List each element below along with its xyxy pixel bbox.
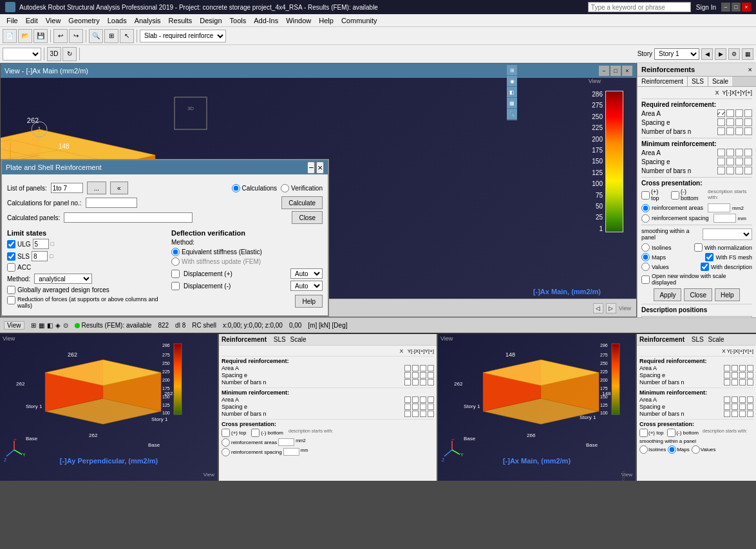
menu-loads[interactable]: Loads [104, 17, 131, 24]
desc-positions-select[interactable]: Finite element centers [641, 316, 752, 317]
ulg-item[interactable]: ULG □ [7, 239, 54, 249]
fr-min-sp-x[interactable] [724, 404, 730, 410]
mini-req-bars-x[interactable] [404, 379, 411, 386]
mini-min-area-y1[interactable] [412, 396, 419, 403]
mini-req-area-x[interactable] [404, 365, 411, 371]
calc-radio[interactable]: Calculations [232, 184, 277, 192]
req-bars-y1-check[interactable] [726, 127, 734, 135]
min-spacing-y1-check[interactable] [726, 158, 734, 165]
mini-req-sp-y1[interactable] [412, 372, 419, 378]
mini-min-bars-x[interactable] [404, 411, 411, 417]
cross-top-label[interactable]: (+) top [641, 189, 665, 201]
mini-min-bars-y3[interactable] [428, 411, 434, 417]
fr-req-area-y3[interactable] [747, 365, 753, 371]
mini-min-area-y2[interactable] [420, 396, 426, 403]
fr-req-area-x[interactable] [724, 365, 730, 371]
mini-req-bars-y1[interactable] [412, 379, 419, 386]
list-panels-browse[interactable]: ... [87, 181, 106, 194]
save-btn[interactable]: 💾 [33, 29, 48, 43]
req-spacing-y3-check[interactable] [744, 118, 752, 126]
search-input[interactable] [588, 2, 691, 12]
fr-min-sp-y1[interactable] [732, 404, 738, 410]
mini-min-bars-y1[interactable] [412, 411, 419, 417]
req-bars-y2-check[interactable] [735, 127, 743, 135]
sign-in-btn[interactable]: Sign In [696, 4, 716, 11]
cross-bottom-label[interactable]: (-) bottom [671, 189, 701, 201]
reinf-spacing-input[interactable] [713, 214, 736, 223]
min-area-a-y2-check[interactable] [735, 149, 743, 156]
mini-min-sp-y2[interactable] [420, 404, 426, 410]
mini-req-bars-y2[interactable] [420, 379, 426, 386]
min-spacing-y2-check[interactable] [735, 158, 743, 165]
icon-3[interactable]: ◧ [507, 87, 517, 97]
zoom-btn[interactable]: 🔍 [89, 29, 103, 43]
req-bars-x-check[interactable] [717, 127, 725, 135]
acc-item[interactable]: ACC [7, 263, 31, 272]
status-icon-1[interactable]: ⊞ [31, 322, 36, 329]
fr-req-bars-y3[interactable] [747, 379, 753, 386]
req-area-a-y1-check[interactable] [726, 109, 734, 117]
icon-2[interactable]: ◉ [507, 76, 517, 86]
req-spacing-x-check[interactable] [717, 118, 725, 126]
new-btn[interactable]: 📄 [3, 29, 17, 43]
isolines-check[interactable]: Isolines With normalization [641, 243, 752, 252]
list-panels-back[interactable]: « [110, 181, 128, 194]
menu-design[interactable]: Design [196, 17, 225, 24]
fr-min-area-y2[interactable] [739, 396, 746, 403]
nav-scroll-left[interactable]: ◁ [593, 303, 603, 313]
fr-min-sp-y3[interactable] [747, 404, 753, 410]
fr-req-sp-y2[interactable] [739, 372, 746, 378]
min-bars-y1-check[interactable] [726, 167, 734, 174]
undo-btn[interactable]: ↩ [53, 29, 68, 43]
mini-min-area-y3[interactable] [428, 396, 434, 403]
menu-edit[interactable]: Edit [22, 17, 42, 24]
calculate-btn[interactable]: Calculate [281, 196, 323, 209]
menu-view[interactable]: View [42, 17, 65, 24]
disp-minus-check[interactable] [171, 282, 180, 290]
disp-minus-select[interactable]: Auto [290, 281, 323, 291]
story-prev-btn[interactable]: ◀ [701, 48, 713, 60]
reinf-areas-input[interactable] [708, 203, 730, 212]
mini-min-sp-y3[interactable] [428, 404, 434, 410]
mini-min-bars-y2[interactable] [420, 411, 426, 417]
story-settings-btn[interactable]: ⚙ [728, 48, 740, 60]
ulg-input[interactable] [33, 239, 49, 249]
globally-averaged-check[interactable]: Globally averaged design forces [7, 286, 158, 294]
reduction-check[interactable]: Reduction of forces (at supports or abov… [7, 296, 158, 309]
maps-check[interactable]: Maps With FS mesh [641, 253, 752, 261]
icon-4[interactable]: ▦ [507, 98, 517, 108]
redo-btn[interactable]: ↪ [69, 29, 83, 43]
menu-help[interactable]: Help [315, 17, 337, 24]
view-close[interactable]: × [622, 66, 632, 76]
disp-plus-check[interactable] [171, 270, 180, 278]
view-tab[interactable]: View [4, 321, 24, 330]
fr-req-area-y1[interactable] [732, 365, 738, 371]
mini-req-area-y3[interactable] [428, 365, 434, 371]
fr-min-sp-y2[interactable] [739, 404, 746, 410]
calc-panels-input[interactable] [64, 212, 193, 223]
close-panel-btn[interactable]: Close [684, 288, 712, 301]
fr-min-bars-y1[interactable] [732, 411, 738, 417]
req-spacing-y1-check[interactable] [726, 118, 734, 126]
menu-addins[interactable]: Add-Ins [250, 17, 282, 24]
min-area-a-y1-check[interactable] [726, 149, 734, 156]
tab-sls[interactable]: SLS [688, 77, 708, 86]
nav-scroll-right[interactable]: ▷ [606, 303, 616, 313]
fr-req-sp-y1[interactable] [732, 372, 738, 378]
icon-1[interactable]: ⊞ [507, 65, 517, 75]
smoothing-select[interactable] [703, 228, 752, 240]
help-dialog-btn[interactable]: Help [295, 295, 323, 308]
req-area-a-y2-check[interactable] [735, 109, 743, 117]
min-bars-x-check[interactable] [717, 167, 725, 174]
mini-req-sp-y3[interactable] [428, 372, 434, 378]
fr-req-bars-x[interactable] [724, 379, 730, 386]
fr-min-bars-y2[interactable] [739, 411, 746, 417]
close-dialog-btn[interactable]: Close [292, 211, 323, 224]
view3d-btn[interactable]: 3D [47, 47, 61, 61]
mini-req-bars-y3[interactable] [428, 379, 434, 386]
values-check[interactable]: Values With description [641, 263, 752, 271]
req-area-a-y3-check[interactable] [744, 109, 752, 117]
sls-item[interactable]: SLS □ [7, 251, 53, 261]
min-spacing-y3-check[interactable] [744, 158, 752, 165]
method-select[interactable]: analytical [34, 274, 92, 284]
